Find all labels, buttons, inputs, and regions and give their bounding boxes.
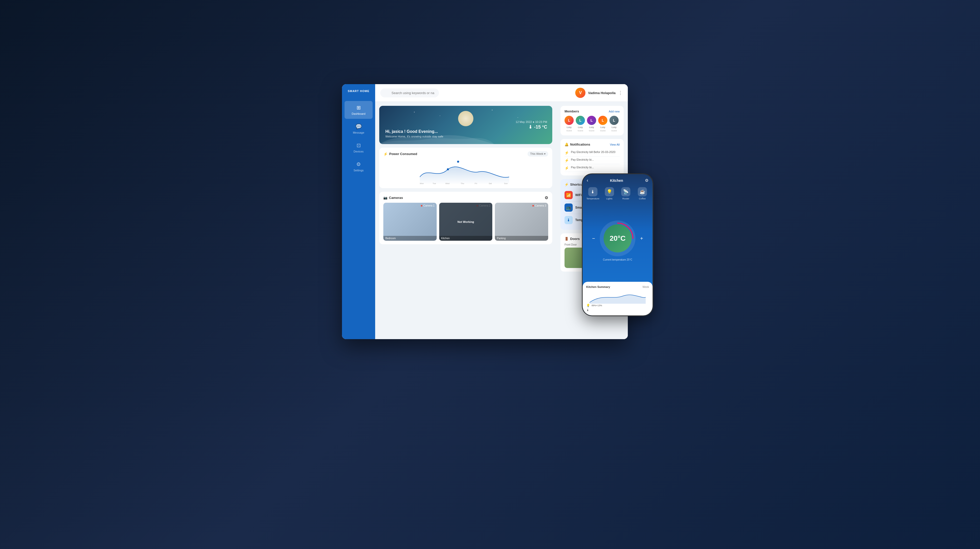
- camera3-room-label: Parking: [495, 236, 548, 241]
- notif-icon-2: ⚡: [565, 158, 569, 162]
- thermostat-circle: 20°C: [600, 221, 635, 256]
- settings-icon: ⚙: [356, 161, 361, 167]
- member-avatar-2: L: [576, 116, 585, 125]
- summary-row-2: 🌡: [586, 308, 649, 312]
- camera-card-bedroom[interactable]: Camera 1 Bedroom: [383, 203, 437, 241]
- header: 🔍 V Vadima Holapolla ⋮: [375, 84, 628, 102]
- camera3-status-dot: [532, 205, 534, 206]
- brand-label: SMART HOME: [348, 89, 369, 93]
- sidebar-label-settings: Settings: [353, 169, 364, 172]
- svg-text:Mon: Mon: [420, 182, 424, 185]
- summary-temp-icon: 🌡: [586, 308, 589, 312]
- chart-area: Mon Tue Wed Thu Fri Sat Sun: [383, 159, 548, 185]
- svg-point-0: [447, 168, 449, 170]
- devices-icon: ⊡: [356, 142, 361, 148]
- phone-coffee-label: Coffee: [639, 197, 646, 200]
- banner-weather: 12 May 2022 ● 10:23 PM 🌡 -15 °C: [516, 121, 547, 130]
- cameras-title: 📷 Cameras: [383, 196, 403, 200]
- power-card-header: ⚡ Power Consumed This Week ▾: [383, 151, 548, 157]
- camera1-status-dot: [421, 205, 422, 206]
- member-avatar-4: L: [598, 116, 608, 125]
- cameras-header: 📷 Cameras ⚙: [383, 195, 548, 200]
- sidebar-item-dashboard[interactable]: ⊞ Dashboard: [345, 101, 372, 119]
- camera3-label-bar: Camera 3: [495, 204, 548, 207]
- phone-lights-label: Lights: [606, 197, 612, 200]
- thermostat-plus-button[interactable]: +: [640, 236, 643, 241]
- add-new-button[interactable]: Add new: [609, 110, 620, 113]
- camera2-overlay-text: Not Working: [457, 220, 474, 224]
- banner-date: 12 May 2022 ● 10:23 PM: [516, 121, 547, 124]
- svg-point-1: [457, 161, 459, 163]
- member-item-4: L Lusy Guest: [598, 116, 608, 132]
- camera-card-kitchen[interactable]: Camera 2 Not Working Kitchen: [439, 203, 493, 241]
- notif-title: 🔔 Notifications: [565, 143, 590, 146]
- summary-row-1: 💡 89%+13%: [586, 304, 649, 307]
- thermostat-minus-button[interactable]: −: [592, 236, 595, 241]
- phone-settings-icon[interactable]: ⚙: [645, 178, 649, 183]
- search-wrapper: 🔍: [380, 89, 571, 97]
- camera1-label-bar: Camera 1: [383, 204, 437, 207]
- notif-item-3: ⚡ Pay Electricity bi...: [565, 164, 620, 172]
- members-card: Members Add new L Lusy Guest L Lusy Gues…: [560, 106, 624, 135]
- summary-header: Kitchen Summary Week: [586, 286, 649, 289]
- dashboard-icon: ⊞: [356, 105, 361, 111]
- members-header: Members Add new: [565, 109, 620, 113]
- power-icon: ⚡: [383, 152, 388, 156]
- phone-temp-label: Temperature: [587, 197, 600, 200]
- banner-temp: 🌡 -15 °C: [516, 124, 547, 130]
- phone-summary: Kitchen Summary Week 💡 89%+13% 🌡: [583, 282, 652, 316]
- sidebar-label-devices: Devices: [353, 150, 363, 153]
- sidebar-item-devices[interactable]: ⊡ Devices: [345, 139, 372, 157]
- banner-greeting: Hi, jasica ! Good Evening...: [385, 129, 443, 134]
- summary-light-icon: 💡: [586, 304, 590, 307]
- notif-icon-3: ⚡: [565, 166, 569, 170]
- svg-text:Tue: Tue: [433, 182, 436, 185]
- left-panel: Hi, jasica ! Good Evening... Welcome Hom…: [375, 102, 556, 339]
- more-icon[interactable]: ⋮: [618, 90, 623, 96]
- camera3-name: Camera 3: [535, 204, 546, 207]
- banner-moon: [458, 111, 473, 126]
- view-all-button[interactable]: View All: [610, 143, 620, 146]
- phone-shortcuts: 🌡 Temperature 💡 Lights 📡 Router ☕ Coffee: [583, 185, 652, 202]
- phone-coffee-icon: ☕: [638, 187, 647, 196]
- banner-content: Hi, jasica ! Good Evening... Welcome Hom…: [385, 129, 443, 138]
- search-input[interactable]: [380, 89, 439, 97]
- svg-text:Sun: Sun: [504, 182, 508, 185]
- member-item-3: L Lusy Guest: [587, 116, 596, 132]
- cameras-grid: Camera 1 Bedroom Camera 2 Not Working: [383, 203, 548, 241]
- thermostat-subtitle: Current temperature 25°C: [603, 258, 632, 261]
- camera-card-parking[interactable]: Camera 3 Parking: [495, 203, 548, 241]
- summary-filter[interactable]: Week: [643, 286, 649, 289]
- welcome-banner: Hi, jasica ! Good Evening... Welcome Hom…: [379, 106, 552, 144]
- phone-mockup: ‹ Kitchen ⚙ 🌡 Temperature 💡 Lights 📡 Rou…: [582, 173, 653, 316]
- sidebar-item-message[interactable]: 💬 Message: [345, 120, 372, 138]
- phone-router-label: Router: [622, 197, 629, 200]
- member-avatar-5: L: [609, 116, 619, 125]
- phone-screen: ‹ Kitchen ⚙ 🌡 Temperature 💡 Lights 📡 Rou…: [583, 174, 652, 316]
- sidebar-item-settings[interactable]: ⚙ Settings: [345, 157, 372, 175]
- summary-items: 💡 89%+13% 🌡: [586, 304, 649, 312]
- member-avatar-1: L: [565, 116, 574, 125]
- phone-shortcut-lights[interactable]: 💡 Lights: [602, 187, 617, 200]
- member-avatar-3: L: [587, 116, 596, 125]
- member-item-5: L Lusy Guest: [609, 116, 619, 132]
- notif-item-1: ⚡ Pay Electricity bill Befor 20-03-2020: [565, 149, 620, 157]
- power-filter[interactable]: This Week ▾: [528, 151, 548, 157]
- power-chart: Mon Tue Wed Thu Fri Sat Sun: [383, 159, 548, 185]
- phone-shortcut-temp[interactable]: 🌡 Temperature: [586, 187, 600, 200]
- notif-icon-1: ⚡: [565, 151, 569, 155]
- shortcut-wifi-left: 📶 WiFi: [565, 191, 582, 199]
- power-consumed-card: ⚡ Power Consumed This Week ▾: [379, 148, 552, 188]
- members-title: Members: [565, 109, 579, 113]
- phone-back-button[interactable]: ‹: [587, 178, 588, 183]
- phone-shortcut-coffee[interactable]: ☕ Coffee: [635, 187, 650, 200]
- cameras-settings-icon[interactable]: ⚙: [545, 195, 548, 200]
- summary-chart: [586, 291, 649, 304]
- banner-subtitle: Welcome Home, It's snowing outside stay …: [385, 135, 443, 138]
- member-item-1: L Lusy Guest: [565, 116, 574, 132]
- phone-thermostat: − 20°C + Current temperature 25°C: [583, 202, 652, 280]
- camera1-room-label: Bedroom: [383, 236, 437, 241]
- shortcut-tv-icon: 📺: [565, 203, 573, 212]
- sidebar-label-message: Message: [353, 131, 364, 134]
- phone-shortcut-router[interactable]: 📡 Router: [619, 187, 633, 200]
